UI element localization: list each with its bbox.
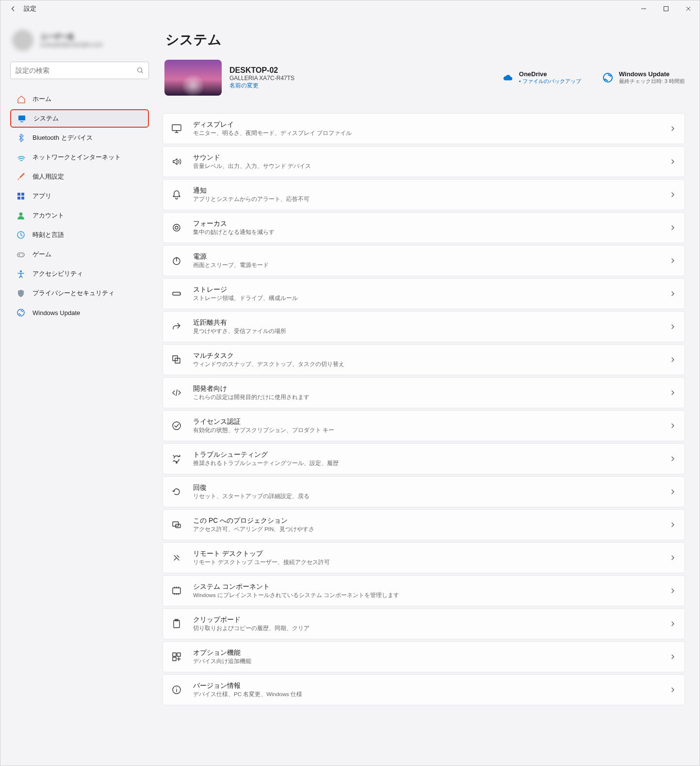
card-description: リセット、スタートアップの詳細設定、戻る — [193, 493, 659, 500]
nav-item-label: アクセシビリティ — [33, 269, 83, 278]
search-icon — [137, 67, 144, 74]
card-description: アプリとシステムからのアラート、応答不可 — [193, 196, 659, 203]
chevron-right-icon — [670, 522, 676, 528]
card-title: バージョン情報 — [193, 682, 659, 690]
nav-item-update[interactable]: Windows Update — [10, 303, 149, 322]
card-description: Windows にプレインストールされているシステム コンポーネントを管理します — [193, 592, 659, 599]
nav-item-apps[interactable]: アプリ — [10, 187, 149, 205]
nav-item-bluetooth[interactable]: Bluetooth とデバイス — [10, 129, 149, 147]
settings-card-notify[interactable]: 通知アプリとシステムからのアラート、応答不可 — [163, 179, 685, 210]
nav-item-label: アカウント — [33, 211, 64, 220]
system-icon — [17, 114, 27, 123]
settings-card-remote[interactable]: リモート デスクトップリモート デスクトップ ユーザー、接続アクセス許可 — [163, 542, 685, 573]
settings-card-trouble[interactable]: トラブルシューティング推奨されるトラブルシューティングツール、設定、履歴 — [163, 443, 685, 474]
chevron-right-icon — [670, 489, 676, 495]
onedrive-block[interactable]: OneDrive ファイルのバックアップ — [503, 70, 581, 85]
update-icon — [602, 72, 613, 83]
settings-card-focus[interactable]: フォーカス集中の妨げとなる通知を減らす — [163, 212, 685, 243]
chevron-right-icon — [670, 456, 676, 462]
nav-item-label: 個人用設定 — [33, 172, 64, 181]
multitask-icon — [171, 354, 182, 366]
search-field[interactable] — [16, 67, 137, 74]
card-description: ウィンドウのスナップ、デスクトップ、タスクの切り替え — [193, 361, 659, 368]
rename-link[interactable]: 名前の変更 — [229, 82, 294, 90]
notify-icon — [171, 189, 182, 200]
components-icon — [171, 585, 182, 597]
brush-icon — [16, 172, 26, 182]
nav-item-label: ネットワークとインターネット — [33, 153, 121, 162]
svg-point-1 — [138, 68, 142, 72]
settings-card-power[interactable]: 電源画面とスリープ、電源モード — [163, 245, 685, 276]
nav-item-label: ゲーム — [33, 250, 51, 259]
settings-card-multitask[interactable]: マルチタスクウィンドウのスナップ、デスクトップ、タスクの切り替え — [163, 344, 685, 375]
settings-card-components[interactable]: システム コンポーネントWindows にプレインストールされているシステム コ… — [163, 575, 685, 606]
apps-icon — [16, 191, 26, 201]
nav-item-access[interactable]: アクセシビリティ — [10, 265, 149, 283]
chevron-right-icon — [670, 357, 676, 363]
nav-item-privacy[interactable]: プライバシーとセキュリティ — [10, 284, 149, 302]
svg-rect-30 — [173, 657, 176, 661]
nav-item-brush[interactable]: 個人用設定 — [10, 167, 149, 186]
chevron-right-icon — [670, 291, 676, 297]
svg-rect-28 — [173, 653, 176, 656]
network-icon — [16, 152, 26, 162]
chevron-right-icon — [670, 423, 676, 429]
settings-card-project[interactable]: この PC へのプロジェクションアクセス許可、ペアリング PIN、見つけやすさ — [163, 509, 685, 540]
settings-card-dev[interactable]: 開発者向けこれらの設定は開発目的だけに使用されます — [163, 377, 685, 408]
chevron-right-icon — [670, 621, 676, 627]
card-description: リモート デスクトップ ユーザー、接続アクセス許可 — [193, 559, 659, 566]
nav-item-gaming[interactable]: ゲーム — [10, 245, 149, 264]
back-button[interactable] — [6, 2, 20, 16]
settings-card-storage[interactable]: ストレージストレージ領域、ドライブ、構成ルール — [163, 278, 685, 309]
nav-item-time[interactable]: 時刻と言語 — [10, 226, 149, 244]
chevron-right-icon — [670, 687, 676, 693]
account-header[interactable]: ユーザー名 example@example.com — [12, 30, 149, 51]
onedrive-sub[interactable]: ファイルのバックアップ — [519, 78, 581, 85]
nav-item-network[interactable]: ネットワークとインターネット — [10, 148, 149, 167]
device-name: DESKTOP-02 — [229, 66, 294, 75]
maximize-button[interactable] — [655, 0, 677, 17]
power-icon — [171, 255, 182, 266]
settings-card-sound[interactable]: サウンド音量レベル、出力、入力、サウンド デバイス — [163, 146, 685, 177]
nav-item-account[interactable]: アカウント — [10, 206, 149, 225]
card-description: 見つけやすさ、受信ファイルの場所 — [193, 328, 659, 335]
chevron-right-icon — [670, 654, 676, 660]
nav-item-label: アプリ — [33, 192, 51, 200]
bluetooth-icon — [16, 133, 26, 143]
search-input[interactable] — [10, 62, 149, 79]
nav-item-home[interactable]: ホーム — [10, 90, 149, 108]
card-description: ストレージ領域、ドライブ、構成ルール — [193, 295, 659, 302]
chevron-right-icon — [670, 588, 676, 594]
svg-point-12 — [17, 309, 24, 316]
nav-item-system[interactable]: システム — [10, 109, 149, 128]
card-title: 通知 — [193, 186, 659, 195]
card-title: クリップボード — [193, 616, 659, 624]
settings-card-share[interactable]: 近距離共有見つけやすさ、受信ファイルの場所 — [163, 311, 685, 342]
cloud-icon — [503, 72, 513, 83]
close-button[interactable] — [677, 0, 700, 17]
svg-rect-5 — [21, 193, 24, 196]
settings-card-display[interactable]: ディスプレイモニター、明るさ、夜間モード、ディスプレイ プロファイル — [163, 113, 685, 144]
card-description: 音量レベル、出力、入力、サウンド デバイス — [193, 163, 659, 170]
settings-card-license[interactable]: ライセンス認証有効化の状態、サブスクリプション、プロダクト キー — [163, 410, 685, 441]
svg-rect-7 — [21, 197, 24, 200]
settings-card-optional[interactable]: オプション機能デバイス向け追加機能 — [163, 641, 685, 672]
focus-icon — [171, 222, 182, 233]
nav-item-label: Windows Update — [33, 309, 80, 316]
svg-point-22 — [173, 422, 180, 430]
device-model: GALLERIA XA7C-R47TS — [229, 75, 294, 82]
svg-rect-4 — [17, 193, 20, 196]
settings-card-about[interactable]: バージョン情報デバイス仕様、PC 名変更、Windows 仕様 — [163, 674, 685, 705]
minimize-button[interactable] — [633, 0, 655, 17]
recovery-icon — [171, 486, 182, 498]
settings-card-recovery[interactable]: 回復リセット、スタートアップの詳細設定、戻る — [163, 476, 685, 507]
windows-update-block[interactable]: Windows Update 最終チェック日時: 3 時間前 — [602, 70, 685, 85]
chevron-right-icon — [670, 126, 676, 132]
nav-item-label: システム — [33, 114, 59, 123]
card-title: ライセンス認証 — [193, 417, 659, 426]
card-title: 回復 — [193, 483, 659, 492]
access-icon — [16, 269, 26, 279]
device-header: DESKTOP-02 GALLERIA XA7C-R47TS 名前の変更 One… — [163, 60, 685, 96]
winupdate-sub: 最終チェック日時: 3 時間前 — [619, 78, 685, 85]
settings-card-clipboard[interactable]: クリップボード切り取りおよびコピーの履歴、同期、クリア — [163, 608, 685, 639]
